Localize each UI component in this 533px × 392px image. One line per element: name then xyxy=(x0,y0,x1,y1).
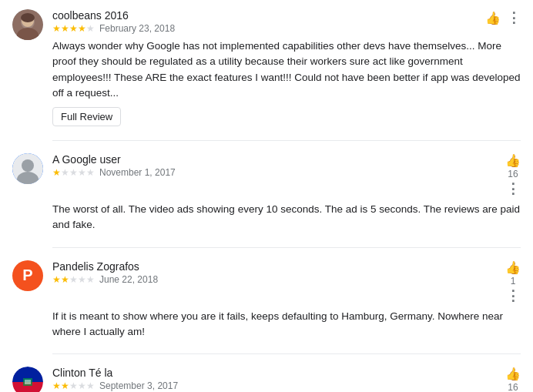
review-content-coolbeans: coolbeans 2016 ★ ★ ★ ★ ★ February 23, 20… xyxy=(52,9,521,126)
svg-point-6 xyxy=(22,159,34,172)
avatar-silhouette-google xyxy=(12,153,43,184)
review-date-pandelis: June 22, 2018 xyxy=(99,274,158,285)
star-5: ★ xyxy=(86,380,95,391)
reviewer-name-pandelis: Pandelis Zografos xyxy=(52,260,158,273)
review-item-pandelis: P Pandelis Zografos ★ ★ ★ ★ ★ June 22, 2… xyxy=(12,260,521,340)
review-content-google-user: A Google user ★ ★ ★ ★ ★ November 1, 2017… xyxy=(52,153,521,233)
divider-3 xyxy=(52,353,521,354)
avatar-image-coolbeans xyxy=(12,9,43,40)
thumbs-up-icon-pandelis[interactable]: 👍 xyxy=(505,260,521,275)
reviewer-name-coolbeans: coolbeans 2016 xyxy=(52,9,175,22)
star-4: ★ xyxy=(78,167,86,178)
divider-1 xyxy=(52,140,521,141)
star-1: ★ xyxy=(52,23,61,34)
star-4: ★ xyxy=(78,274,86,285)
star-5: ★ xyxy=(86,167,95,178)
star-3: ★ xyxy=(69,274,78,285)
stars-clinton: ★ ★ ★ ★ ★ September 3, 2017 xyxy=(52,380,178,391)
review-date-google-user: November 1, 2017 xyxy=(99,167,176,178)
avatar-initial-pandelis: P xyxy=(22,266,32,284)
stars-google-user: ★ ★ ★ ★ ★ November 1, 2017 xyxy=(52,167,176,178)
review-content-pandelis: Pandelis Zografos ★ ★ ★ ★ ★ June 22, 201… xyxy=(52,260,521,340)
avatar-google-user xyxy=(12,153,43,184)
svg-rect-13 xyxy=(25,380,31,384)
review-header-google-user: A Google user ★ ★ ★ ★ ★ November 1, 2017… xyxy=(52,153,521,197)
thumbs-up-icon-coolbeans[interactable]: 👍 xyxy=(485,11,501,25)
star-3: ★ xyxy=(69,380,78,391)
review-date-clinton: September 3, 2017 xyxy=(99,380,178,391)
stars-pandelis: ★ ★ ★ ★ ★ June 22, 2018 xyxy=(52,274,158,285)
star-5: ★ xyxy=(86,23,95,34)
avatar-coolbeans xyxy=(12,9,43,40)
reviewer-name-clinton: Clinton Té la xyxy=(52,367,178,379)
review-text-google-user: The worst of all. The video ads showing … xyxy=(52,202,521,233)
reviewer-info-google-user: A Google user ★ ★ ★ ★ ★ November 1, 2017 xyxy=(52,153,176,178)
review-item-coolbeans: coolbeans 2016 ★ ★ ★ ★ ★ February 23, 20… xyxy=(12,9,521,126)
avatar-flag-clinton xyxy=(12,367,43,392)
reviewer-name-google-user: A Google user xyxy=(52,153,176,166)
star-2: ★ xyxy=(61,23,69,34)
more-icon-pandelis[interactable]: ⋮ xyxy=(506,287,520,304)
star-1: ★ xyxy=(52,167,61,178)
svg-point-4 xyxy=(21,13,35,22)
avatar-pandelis: P xyxy=(12,260,43,291)
reviewer-info-coolbeans: coolbeans 2016 ★ ★ ★ ★ ★ February 23, 20… xyxy=(52,9,175,34)
review-header-clinton: Clinton Té la ★ ★ ★ ★ ★ September 3, 201… xyxy=(52,367,521,392)
star-2: ★ xyxy=(61,274,69,285)
reviewer-info-clinton: Clinton Té la ★ ★ ★ ★ ★ September 3, 201… xyxy=(52,367,178,391)
review-actions-google-user: 👍 16 ⋮ xyxy=(505,153,521,197)
full-review-button-coolbeans[interactable]: Full Review xyxy=(52,107,121,126)
star-2: ★ xyxy=(61,380,69,391)
review-actions-pandelis: 👍 1 ⋮ xyxy=(505,260,521,304)
like-count-clinton: 16 xyxy=(508,383,518,392)
stars-coolbeans: ★ ★ ★ ★ ★ February 23, 2018 xyxy=(52,23,175,34)
divider-2 xyxy=(52,247,521,248)
review-text-pandelis: If it is meant to show where you are it … xyxy=(52,309,521,340)
review-header-pandelis: Pandelis Zografos ★ ★ ★ ★ ★ June 22, 201… xyxy=(52,260,521,304)
star-1: ★ xyxy=(52,274,61,285)
star-4: ★ xyxy=(78,23,86,34)
like-count-pandelis: 1 xyxy=(511,276,516,286)
star-4: ★ xyxy=(78,380,86,391)
thumbs-up-icon-clinton[interactable]: 👍 xyxy=(505,367,521,381)
more-icon-google-user[interactable]: ⋮ xyxy=(506,180,520,197)
star-5: ★ xyxy=(86,274,95,285)
review-date-coolbeans: February 23, 2018 xyxy=(99,23,175,34)
more-icon-coolbeans[interactable]: ⋮ xyxy=(507,9,521,26)
reviewer-info-pandelis: Pandelis Zografos ★ ★ ★ ★ ★ June 22, 201… xyxy=(52,260,158,285)
review-item-clinton: Clinton Té la ★ ★ ★ ★ ★ September 3, 201… xyxy=(12,367,521,392)
thumbs-up-icon-google-user[interactable]: 👍 xyxy=(505,153,521,168)
star-1: ★ xyxy=(52,380,61,391)
star-3: ★ xyxy=(69,167,78,178)
review-actions-coolbeans: 👍 ⋮ xyxy=(485,9,521,26)
avatar-clinton xyxy=(12,367,43,392)
review-actions-clinton: 👍 16 ⋮ xyxy=(505,367,521,392)
review-content-clinton: Clinton Té la ★ ★ ★ ★ ★ September 3, 201… xyxy=(52,367,521,392)
like-count-google-user: 16 xyxy=(508,169,518,179)
review-text-coolbeans: Always wonder why Google has not impleme… xyxy=(52,39,521,101)
review-header-coolbeans: coolbeans 2016 ★ ★ ★ ★ ★ February 23, 20… xyxy=(52,9,521,34)
star-3: ★ xyxy=(69,23,78,34)
review-item-google-user: A Google user ★ ★ ★ ★ ★ November 1, 2017… xyxy=(12,153,521,233)
star-2: ★ xyxy=(61,167,69,178)
